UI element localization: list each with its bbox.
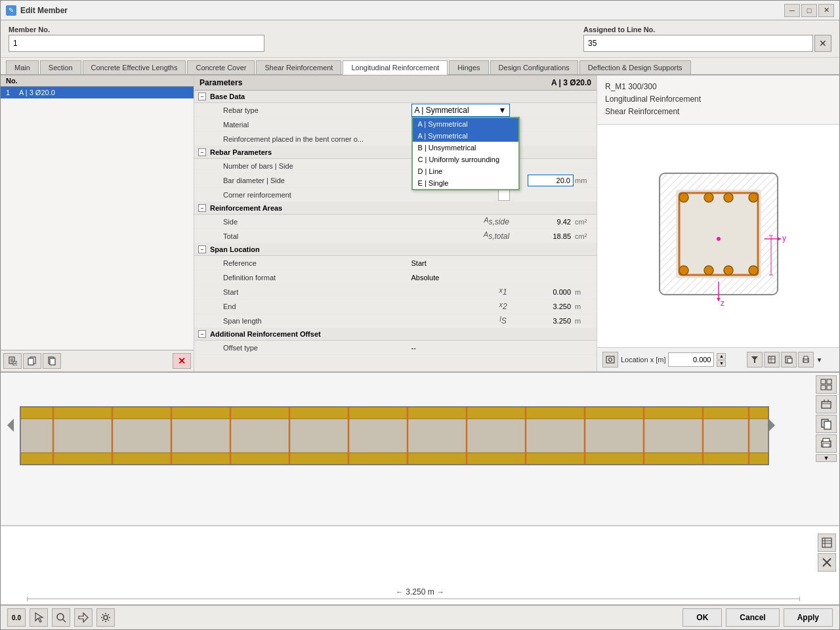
section-rebar-params-header[interactable]: − Rebar Parameters [194, 146, 597, 159]
params-title: Parameters [200, 78, 242, 87]
diagram-table-btn[interactable] [818, 534, 836, 552]
dropdown-option-A-sym2[interactable]: A | Symmetrical [413, 130, 518, 142]
dropdown-option-B[interactable]: B | Unsymmetrical [413, 142, 518, 154]
col-no-header: No. [6, 77, 19, 85]
param-side-area: Side As,side 9.42 cm² [194, 215, 597, 229]
param-corner-reinf-label: Corner reinforcement [220, 190, 411, 200]
beam-grid-btn[interactable] [816, 375, 837, 394]
view-2d-btn[interactable] [764, 352, 780, 368]
toggle-reinf-areas[interactable]: − [198, 204, 206, 212]
member-no-input[interactable] [9, 35, 264, 52]
section-add-offset-header[interactable]: − Additional Reinforcement Offset [194, 328, 597, 341]
beam-export-btn[interactable] [816, 415, 837, 433]
param-start-unit: m [574, 288, 597, 296]
param-total-area: Total As,total 18.85 cm² [194, 229, 597, 243]
param-material-label: Material [220, 119, 411, 130]
svg-rect-62 [20, 453, 768, 465]
param-start: Start x1 0.000 m [194, 285, 597, 299]
tab-hinges[interactable]: Hinges [449, 60, 488, 74]
tab-shear[interactable]: Shear Reinforcement [256, 60, 341, 74]
param-num-bars: Number of bars | Side nS [194, 159, 597, 173]
filter-btn[interactable] [747, 352, 763, 368]
bt-arrow-btn[interactable] [74, 608, 93, 627]
bottom-toolbar-left: 0.0 [7, 608, 115, 627]
tab-section[interactable]: Section [40, 60, 81, 74]
tab-design-config[interactable]: Design Configurations [490, 60, 578, 74]
tab-concrete-cover[interactable]: Concrete Cover [187, 60, 255, 74]
new-item-button[interactable] [3, 353, 22, 369]
dropdown-option-A-sym[interactable]: A | Symmetrical [413, 118, 518, 130]
beam-more-btn[interactable]: ▼ [816, 454, 837, 462]
apply-button[interactable]: Apply [784, 608, 833, 627]
maximize-button[interactable]: □ [801, 4, 817, 17]
delete-item-button[interactable]: ✕ [173, 353, 191, 369]
close-button[interactable]: ✕ [818, 4, 834, 17]
cancel-button[interactable]: Cancel [726, 608, 779, 627]
assigned-label: Assigned to Line No. [583, 26, 831, 33]
info-line-2: Longitudinal Reinforcement [605, 93, 831, 106]
svg-marker-35 [751, 356, 758, 363]
dropdown-option-C[interactable]: C | Uniformly surrounding [413, 154, 518, 165]
svg-point-20 [724, 193, 733, 202]
toggle-base-data[interactable]: − [198, 93, 206, 100]
tab-main[interactable]: Main [6, 60, 39, 74]
svg-marker-24 [778, 237, 781, 241]
list-item[interactable]: 1 A | 3 Ø20.0 [1, 87, 194, 98]
section-span-location-title: Span Location [210, 245, 260, 253]
location-down-btn[interactable]: ▼ [717, 360, 726, 367]
ok-button[interactable]: OK [682, 608, 722, 627]
beam-zoom-btn[interactable] [816, 395, 837, 413]
section-reinf-areas-header[interactable]: − Reinforcement Areas [194, 202, 597, 215]
app-icon: ✎ [6, 5, 16, 16]
tab-concrete-eff[interactable]: Concrete Effective Lengths [83, 60, 186, 74]
section-base-data-title: Base Data [210, 93, 245, 100]
dropdown-option-D[interactable]: D | Line [413, 165, 518, 177]
location-input[interactable] [668, 352, 714, 367]
bar-diameter-input[interactable] [528, 175, 574, 186]
assigned-browse-button[interactable]: ✕ [814, 35, 831, 52]
param-bar-diameter-unit: mm [574, 177, 597, 184]
svg-point-16 [749, 193, 758, 202]
section-span-location-header[interactable]: − Span Location [194, 243, 597, 256]
svg-rect-33 [606, 356, 614, 363]
print-view-btn[interactable] [798, 352, 814, 368]
export-view-btn[interactable] [781, 352, 797, 368]
toggle-rebar-params[interactable]: − [198, 148, 206, 156]
svg-rect-36 [768, 356, 775, 363]
copy-item-button[interactable] [23, 353, 41, 369]
assigned-input[interactable] [583, 35, 813, 52]
bt-settings-btn[interactable] [96, 608, 115, 627]
items-list: 1 A | 3 Ø20.0 [1, 87, 194, 350]
bt-number-btn[interactable]: 0.0 [7, 608, 26, 627]
minimize-button[interactable]: ─ [784, 4, 800, 17]
tab-deflection[interactable]: Deflection & Design Supports [579, 60, 691, 74]
tab-longitudinal[interactable]: Longitudinal Reinforcement [343, 60, 448, 75]
toggle-span-location[interactable]: − [198, 245, 206, 253]
params-scroll[interactable]: − Base Data Rebar type A | Symmetrical [194, 91, 597, 371]
toggle-add-offset[interactable]: − [198, 330, 206, 338]
svg-rect-47 [827, 385, 831, 390]
bt-search-btn[interactable] [52, 608, 70, 627]
location-browse-btn[interactable] [602, 352, 618, 368]
paste-item-button[interactable] [43, 353, 61, 369]
param-total-area-label: Total [220, 231, 478, 242]
info-line-3: Shear Reinforcement [605, 106, 831, 118]
diagram-cross-btn[interactable] [818, 553, 836, 572]
svg-point-17 [679, 266, 688, 275]
more-btn[interactable]: ▼ [815, 352, 823, 368]
section-footer: Location x [m] ▲ ▼ [597, 347, 839, 371]
corner-reinf-checkbox[interactable] [498, 189, 510, 201]
param-rebar-type-label: Rebar type [220, 105, 411, 116]
title-bar-left: ✎ Edit Member [6, 5, 68, 16]
rebar-type-dropdown[interactable]: A | Symmetrical ▼ [411, 104, 510, 117]
param-offset-type: Offset type -- [194, 341, 597, 355]
diagram-area: ← 3.250 m → [1, 526, 839, 604]
dropdown-option-E[interactable]: E | Single [413, 177, 518, 189]
beam-print-btn[interactable] [816, 434, 837, 453]
section-base-data: − Base Data Rebar type A | Symmetrical [194, 91, 597, 146]
bt-cursor-btn[interactable] [30, 608, 48, 627]
location-up-btn[interactable]: ▲ [717, 353, 726, 360]
section-base-data-header[interactable]: − Base Data [194, 91, 597, 103]
param-side-area-value: 9.42 [514, 218, 574, 226]
svg-point-22 [724, 266, 733, 275]
